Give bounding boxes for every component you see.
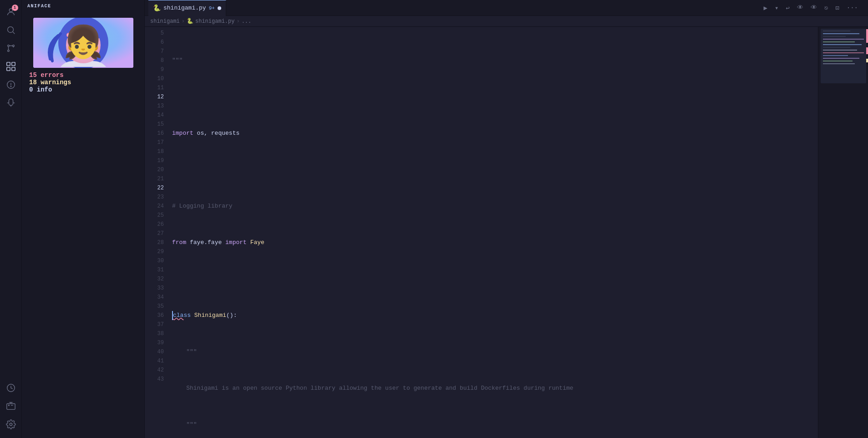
breadcrumb: shinigami › 🐍 shinigami.py › ... [145, 16, 868, 27]
svg-rect-37 [818, 27, 868, 438]
search-icon[interactable] [3, 22, 19, 38]
svg-rect-52 [866, 29, 868, 43]
code-line-11 [172, 275, 818, 284]
code-line-12: cla ss Shinigami (): [172, 311, 818, 320]
svg-point-32 [87, 42, 90, 45]
window-controls: ▶ ▾ ↩ 👁 👁 ⎋ ⊡ ··· [761, 2, 864, 14]
eye-icon[interactable]: 👁 [808, 2, 820, 14]
svg-point-3 [7, 45, 9, 47]
svg-point-30 [87, 41, 92, 48]
breadcrumb-part3[interactable]: ... [242, 18, 252, 25]
svg-point-36 [67, 34, 70, 36]
svg-point-27 [73, 41, 80, 50]
svg-point-31 [74, 42, 76, 45]
code-line-9: # Logging library [172, 202, 818, 211]
code-line-13: """ [172, 347, 818, 357]
run-icon[interactable]: ▶ [761, 2, 770, 14]
breadcrumb-sep2: › [236, 18, 239, 25]
titlebar: 🐍 shinigami.py 9+ ▶ ▾ ↩ 👁 👁 ⎋ ⊡ ··· [145, 0, 868, 16]
svg-point-26 [66, 26, 101, 64]
tab-shinigami[interactable]: 🐍 shinigami.py 9+ [148, 0, 226, 16]
svg-point-23 [10, 423, 12, 426]
debug-icon[interactable] [3, 95, 19, 111]
svg-rect-7 [6, 62, 10, 66]
undo-icon[interactable]: ↩ [783, 2, 792, 14]
code-line-15: """ [172, 420, 818, 429]
tab-filename: shinigami.py [163, 5, 206, 11]
svg-point-21 [8, 405, 9, 406]
svg-line-2 [13, 32, 15, 34]
avatar-area: 15 errors 18 warnings 0 info [22, 12, 144, 99]
account-icon[interactable]: 1 [3, 4, 19, 20]
python-icon: 🐍 [153, 4, 161, 12]
code-editor: 5 6 7 8 9 10 11 12 13 14 15 16 17 18 19 … [145, 27, 868, 438]
breadcrumb-sep1: › [182, 18, 185, 25]
svg-point-28 [86, 41, 94, 50]
minimap-canvas [818, 27, 868, 438]
svg-rect-9 [6, 67, 10, 71]
breadcrumb-python-icon: 🐍 [187, 18, 193, 25]
svg-point-29 [73, 41, 79, 48]
eye-off-icon[interactable]: 👁 [794, 2, 806, 14]
error-count: 15 errors [27, 71, 64, 79]
svg-rect-53 [866, 47, 868, 54]
svg-rect-51 [821, 29, 866, 83]
svg-rect-10 [11, 67, 15, 71]
svg-rect-8 [11, 62, 15, 66]
svg-point-1 [7, 27, 13, 33]
code-line-14: Shinigami is an open source Python libra… [172, 384, 818, 393]
breadcrumb-part2[interactable]: shinigami.py [195, 18, 234, 25]
code-line-6 [172, 92, 818, 102]
svg-rect-18 [6, 404, 15, 410]
source-control-icon[interactable] [3, 40, 19, 56]
more-actions-icon[interactable]: ··· [844, 2, 861, 14]
svg-point-33 [67, 47, 74, 52]
sidebar-title: ANIFACE [22, 0, 144, 12]
problems-icon[interactable] [3, 76, 19, 93]
code-line-7: import os, requests [172, 129, 818, 138]
minimap [818, 27, 868, 438]
svg-point-35 [66, 33, 71, 37]
settings-icon[interactable] [3, 416, 19, 433]
code-line-5: """ [172, 56, 818, 65]
svg-rect-24 [33, 18, 133, 68]
sidebar: ANIFACE [22, 0, 145, 438]
code-content[interactable]: """ import os, requests # Logging librar… [168, 27, 818, 438]
svg-rect-54 [866, 59, 868, 62]
breadcrumb-part1[interactable]: shinigami [150, 18, 180, 25]
tab-modified-count: 9+ [209, 5, 215, 11]
main-editor-area: 🐍 shinigami.py 9+ ▶ ▾ ↩ 👁 👁 ⎋ ⊡ ··· shin… [145, 0, 868, 438]
svg-point-34 [92, 47, 100, 52]
run-dropdown-icon[interactable]: ▾ [772, 2, 781, 14]
info-count: 0 info [27, 86, 52, 93]
svg-point-25 [58, 18, 108, 68]
extensions-icon[interactable] [3, 58, 19, 75]
line-numbers: 5 6 7 8 9 10 11 12 13 14 15 16 17 18 19 … [145, 27, 168, 438]
code-line-8 [172, 165, 818, 174]
avatar [33, 18, 133, 68]
account-badge: 1 [12, 5, 18, 11]
activity-bar: 1 [0, 0, 22, 438]
open-external-icon[interactable]: ⎋ [822, 2, 831, 14]
titlebar-wrapper: 🐍 shinigami.py 9+ ▶ ▾ ↩ 👁 👁 ⎋ ⊡ ··· [148, 0, 864, 16]
code-line-10: from faye.faye import Faye [172, 238, 818, 247]
tab-unsaved-dot [218, 6, 221, 10]
svg-point-13 [10, 86, 11, 87]
bot-icon[interactable] [3, 398, 19, 414]
warning-count: 18 warnings [27, 79, 71, 86]
clock-icon[interactable] [3, 380, 19, 396]
split-editor-icon[interactable]: ⊡ [832, 2, 842, 14]
svg-point-5 [7, 50, 9, 52]
